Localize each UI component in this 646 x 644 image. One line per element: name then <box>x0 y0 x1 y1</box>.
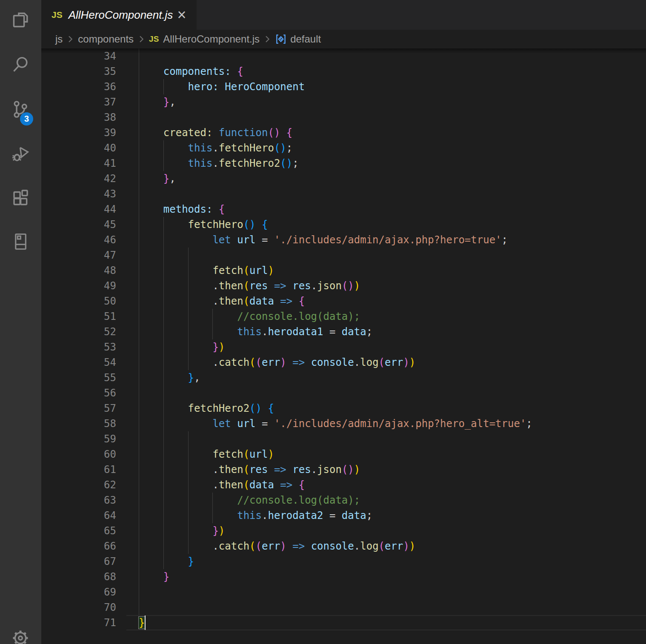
code-line: 57 fetchHero2() { <box>41 401 646 416</box>
code-line: 70 <box>41 600 646 615</box>
code-line: 71} <box>41 615 646 630</box>
code-text: let url = './includes/admin/ajax.php?her… <box>139 416 532 431</box>
code-line: 52 this.herodata1 = data; <box>41 324 646 339</box>
indent-guide <box>163 431 164 447</box>
code-line: 44 methods: { <box>41 202 646 217</box>
line-number: 36 <box>41 79 116 94</box>
code-line: 34 <box>41 48 646 64</box>
code-text: } <box>139 554 194 569</box>
code-line: 40 this.fetchHero(); <box>41 140 646 156</box>
code-text: }) <box>139 523 225 539</box>
code-line: 65 }) <box>41 523 646 539</box>
code-text: } <box>139 569 169 584</box>
line-number: 48 <box>41 263 116 278</box>
code-line: 59 <box>41 431 646 447</box>
scm-badge: 3 <box>20 112 33 125</box>
line-number: 53 <box>41 339 116 355</box>
indent-guide <box>139 48 139 64</box>
code-text: .then(data => { <box>139 294 305 309</box>
line-number: 39 <box>41 125 116 140</box>
code-line: 47 <box>41 248 646 263</box>
line-number: 46 <box>41 232 116 248</box>
line-number: 55 <box>41 370 116 385</box>
code-line: 53 }) <box>41 339 646 355</box>
code-text: .catch((err) => console.log(err)) <box>139 539 415 554</box>
code-line: 50 .then(data => { <box>41 294 646 309</box>
line-number: 59 <box>41 431 116 447</box>
line-number: 61 <box>41 462 116 477</box>
code-text: }, <box>139 94 176 110</box>
chevron-right-icon <box>262 34 272 44</box>
code-text: }, <box>139 370 200 385</box>
code-text: this.fetchHero(); <box>139 140 292 156</box>
line-number: 71 <box>41 615 116 630</box>
source-control-icon[interactable]: 3 <box>11 100 30 119</box>
code-line: 60 fetch(url) <box>41 447 646 462</box>
line-number: 37 <box>41 94 116 110</box>
storage-view-icon[interactable] <box>11 232 30 251</box>
code-editor[interactable]: 3435 components: {36 hero: HeroComponent… <box>41 48 646 644</box>
line-number: 57 <box>41 401 116 416</box>
line-number: 41 <box>41 156 116 171</box>
line-number: 68 <box>41 569 116 584</box>
line-number: 69 <box>41 584 116 600</box>
code-text: }, <box>139 171 176 186</box>
line-number: 43 <box>41 186 116 202</box>
extensions-icon[interactable] <box>11 188 30 208</box>
code-text: .then(data => { <box>139 477 305 493</box>
code-line: 36 hero: HeroComponent <box>41 79 646 94</box>
code-line: 42 }, <box>41 171 646 186</box>
code-line: 51 //console.log(data); <box>41 309 646 324</box>
line-number: 44 <box>41 202 116 217</box>
line-number: 56 <box>41 385 116 401</box>
js-file-icon: JS <box>51 10 63 20</box>
search-icon[interactable] <box>11 55 30 74</box>
code-text: methods: { <box>139 202 225 217</box>
code-text: fetch(url) <box>139 263 274 278</box>
tab-allherocomponent[interactable]: JS AllHeroComponent.js × <box>41 0 197 30</box>
line-number: 40 <box>41 140 116 156</box>
line-number: 54 <box>41 355 116 370</box>
code-line: 62 .then(data => { <box>41 477 646 493</box>
code-text: //console.log(data); <box>139 309 360 324</box>
code-line: 55 }, <box>41 370 646 385</box>
code-line: 67 } <box>41 554 646 569</box>
line-number: 62 <box>41 477 116 493</box>
breadcrumb-folder-js[interactable]: js <box>55 33 63 45</box>
line-number: 47 <box>41 248 116 263</box>
breadcrumb-folder-components[interactable]: components <box>78 33 134 45</box>
code-line: 41 this.fetchHero2(); <box>41 156 646 171</box>
code-line: 58 let url = './includes/admin/ajax.php?… <box>41 416 646 431</box>
tab-title: AllHeroComponent.js <box>69 9 173 22</box>
line-number: 35 <box>41 64 116 79</box>
tab-close-icon[interactable]: × <box>174 8 189 22</box>
code-line: 68 } <box>41 569 646 584</box>
symbol-field-icon <box>275 33 287 45</box>
code-text: components: { <box>139 64 243 79</box>
line-number: 64 <box>41 508 116 523</box>
breadcrumb: js components JS AllHeroComponent.js def… <box>41 30 646 48</box>
code-text: this.herodata2 = data; <box>139 508 372 523</box>
code-line: 66 .catch((err) => console.log(err)) <box>41 539 646 554</box>
code-line: 46 let url = './includes/admin/ajax.php?… <box>41 232 646 248</box>
code-line: 69 <box>41 584 646 600</box>
breadcrumb-file[interactable]: AllHeroComponent.js <box>163 33 260 45</box>
code-text: .then(res => res.json()) <box>139 462 360 477</box>
code-line: 37 }, <box>41 94 646 110</box>
line-number: 42 <box>41 171 116 186</box>
editor-group: JS AllHeroComponent.js × js components J… <box>41 0 646 644</box>
breadcrumb-symbol-default[interactable]: default <box>290 33 321 45</box>
line-number: 70 <box>41 600 116 615</box>
run-debug-icon[interactable] <box>11 144 30 163</box>
code-line: 48 fetch(url) <box>41 263 646 278</box>
indent-guide <box>188 248 189 263</box>
explorer-icon[interactable] <box>11 10 30 30</box>
indent-guide <box>163 248 164 263</box>
indent-guide <box>139 248 139 263</box>
settings-gear-icon[interactable] <box>11 628 30 644</box>
code-line: 43 <box>41 186 646 202</box>
code-text: hero: HeroComponent <box>139 79 305 94</box>
code-text: fetch(url) <box>139 447 274 462</box>
line-number: 66 <box>41 539 116 554</box>
code-line: 63 //console.log(data); <box>41 493 646 508</box>
